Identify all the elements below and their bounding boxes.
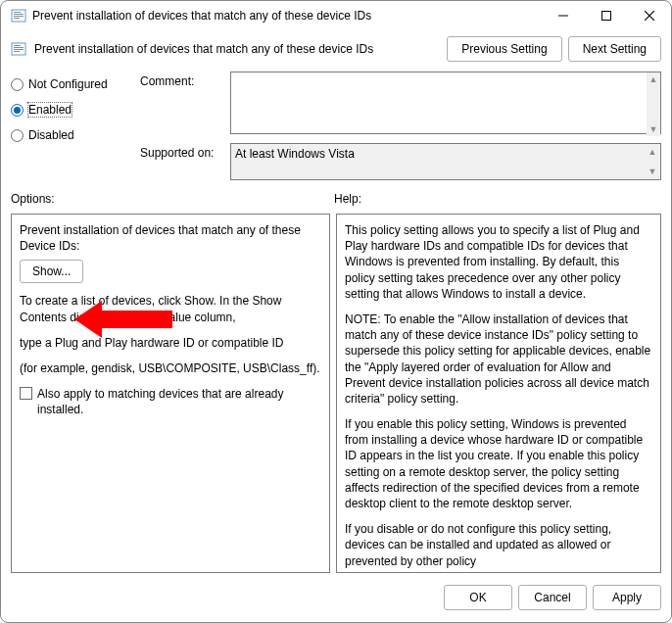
panel-labels: Options: Help: <box>1 188 671 210</box>
radio-disabled[interactable]: Disabled <box>11 128 120 142</box>
scroll-arrows: ▲ ▼ <box>647 72 660 136</box>
comment-label: Comment: <box>140 72 230 137</box>
svg-rect-1 <box>14 12 21 13</box>
policy-icon <box>11 8 26 24</box>
help-label: Help: <box>334 192 361 206</box>
checkbox-label: Also apply to matching devices that are … <box>37 386 321 417</box>
options-instruction: To create a list of devices, click Show.… <box>20 293 321 324</box>
options-label: Options: <box>11 192 55 206</box>
scroll-down-icon[interactable]: ▼ <box>647 122 660 136</box>
policy-name: Prevent installation of devices that mat… <box>34 42 447 56</box>
state-radios: Not Configured Enabled Disabled <box>11 72 120 186</box>
dialog-footer: OK Cancel Apply <box>1 577 671 622</box>
close-button[interactable] <box>628 1 671 30</box>
group-policy-dialog: Prevent installation of devices that mat… <box>0 0 672 623</box>
radio-label: Not Configured <box>28 77 108 91</box>
panels: Prevent installation of devices that mat… <box>1 210 671 577</box>
scroll-arrows: ▲ ▼ <box>646 145 659 178</box>
show-button[interactable]: Show... <box>20 260 83 283</box>
svg-rect-2 <box>14 14 24 15</box>
maximize-button[interactable] <box>585 1 628 30</box>
previous-setting-button[interactable]: Previous Setting <box>447 36 561 62</box>
radio-icon <box>11 78 24 91</box>
options-instruction: type a Plug and Play hardware ID or comp… <box>20 335 321 351</box>
ok-button[interactable]: OK <box>444 585 512 610</box>
policy-icon <box>11 41 26 57</box>
help-paragraph: This policy setting allows you to specif… <box>345 222 652 302</box>
svg-rect-10 <box>14 45 21 46</box>
window-title: Prevent installation of devices that mat… <box>32 9 542 23</box>
window-controls <box>542 1 671 30</box>
radio-not-configured[interactable]: Not Configured <box>11 77 120 91</box>
cancel-button[interactable]: Cancel <box>518 585 587 610</box>
supported-on-value: At least Windows Vista ▲ ▼ <box>230 143 661 180</box>
svg-rect-13 <box>14 51 20 52</box>
options-panel: Prevent installation of devices that mat… <box>11 214 330 573</box>
help-paragraph: If you enable this policy setting, Windo… <box>345 416 652 511</box>
scroll-up-icon[interactable]: ▲ <box>646 145 659 159</box>
radio-label: Enabled <box>28 103 72 117</box>
apply-button[interactable]: Apply <box>593 585 661 610</box>
svg-rect-12 <box>14 49 24 50</box>
scroll-down-icon[interactable]: ▼ <box>646 165 659 178</box>
radio-icon <box>11 104 24 117</box>
options-title: Prevent installation of devices that mat… <box>20 222 321 254</box>
checkbox-icon[interactable] <box>20 387 32 400</box>
options-instruction: (for example, gendisk, USB\COMPOSITE, US… <box>20 360 321 376</box>
help-panel[interactable]: This policy setting allows you to specif… <box>336 214 661 573</box>
help-paragraph: NOTE: To enable the "Allow installation … <box>345 312 652 407</box>
titlebar: Prevent installation of devices that mat… <box>1 1 671 30</box>
svg-rect-4 <box>14 18 20 19</box>
comment-textarea[interactable] <box>230 72 661 134</box>
config-section: Not Configured Enabled Disabled Comment:… <box>1 66 671 188</box>
supported-on-text: At least Windows Vista <box>235 147 355 161</box>
radio-icon <box>11 129 24 142</box>
policy-header: Prevent installation of devices that mat… <box>1 30 671 66</box>
radio-enabled[interactable]: Enabled <box>11 103 120 117</box>
help-paragraph: If you disable or do not configure this … <box>345 521 652 569</box>
svg-rect-11 <box>14 47 24 48</box>
next-setting-button[interactable]: Next Setting <box>568 36 661 62</box>
radio-label: Disabled <box>28 128 74 142</box>
minimize-button[interactable] <box>542 1 585 30</box>
svg-rect-6 <box>602 12 611 21</box>
also-apply-checkbox-row[interactable]: Also apply to matching devices that are … <box>20 386 321 417</box>
supported-on-label: Supported on: <box>140 143 230 180</box>
scroll-up-icon[interactable]: ▲ <box>647 72 660 86</box>
svg-rect-3 <box>14 16 24 17</box>
